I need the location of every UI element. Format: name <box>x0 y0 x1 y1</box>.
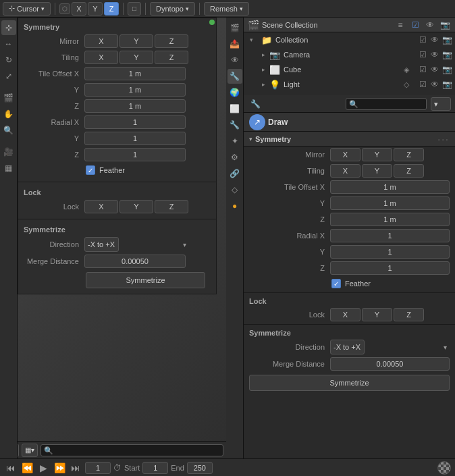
light-cam-btn[interactable]: 📷 <box>441 80 452 89</box>
radial-z-input[interactable] <box>84 148 186 161</box>
lock-x-button[interactable]: X <box>84 200 118 213</box>
props-lock-z-btn[interactable]: Z <box>394 308 424 321</box>
radial-y-input[interactable] <box>84 132 186 145</box>
props-radial-x-input[interactable] <box>330 229 450 242</box>
props-icon-1[interactable]: 🔧 <box>248 97 263 111</box>
props-output-icon[interactable]: 📤 <box>228 36 242 51</box>
props-modifier-icon[interactable]: 🔧 <box>228 117 242 132</box>
collection-eye-btn[interactable]: 👁 <box>429 35 440 45</box>
section-options-icon[interactable]: ··· <box>437 134 450 144</box>
timeline-start-frame[interactable] <box>142 462 168 474</box>
z-axis-button[interactable]: Z <box>104 2 119 16</box>
props-scene-icon[interactable]: 🔧 <box>228 69 242 84</box>
props-object-icon[interactable]: ⬜ <box>228 101 242 116</box>
camera-vis-btn[interactable]: ☑ <box>417 50 428 59</box>
props-mirror-y-btn[interactable]: Y <box>362 148 392 161</box>
sc-eye-icon[interactable]: 👁 <box>424 19 436 31</box>
cursor-button[interactable]: ⊹ Cursor ▾ <box>3 2 51 16</box>
sidebar-rotate-icon[interactable]: ↻ <box>1 53 16 68</box>
radial-x-input[interactable] <box>84 115 186 129</box>
props-lock-y-btn[interactable]: Y <box>362 308 392 321</box>
lock-y-button[interactable]: Y <box>119 200 153 213</box>
tile-offset-x-input[interactable] <box>84 67 186 80</box>
camera-name[interactable]: Camera <box>284 51 416 59</box>
cube-name[interactable]: Cube <box>284 65 402 74</box>
timeline-jump-start[interactable]: ⏮ <box>4 462 18 473</box>
tiling-z-button[interactable]: Z <box>155 51 188 64</box>
lock-z-button[interactable]: Z <box>155 200 188 213</box>
props-world-icon[interactable]: 🌍 <box>228 85 242 100</box>
cube-expand-arrow[interactable]: ▸ <box>259 65 268 74</box>
props-merge-input[interactable] <box>330 357 450 371</box>
collection-cam-btn[interactable]: 📷 <box>441 35 452 45</box>
props-mirror-x-btn[interactable]: X <box>330 148 360 161</box>
sidebar-grid-icon[interactable]: ▦ <box>1 161 16 176</box>
timeline-prev-frame[interactable]: ⏪ <box>20 462 34 473</box>
sidebar-hand-icon[interactable]: ✋ <box>1 107 16 122</box>
symmetrize-button[interactable]: Symmetrize <box>86 272 205 288</box>
timeline-play[interactable]: ▶ <box>36 462 50 473</box>
props-tiling-x-btn[interactable]: X <box>330 164 360 178</box>
dyntopo-button[interactable]: Dyntopo ▾ <box>150 2 195 16</box>
light-name[interactable]: Light <box>284 80 402 88</box>
sidebar-camera-icon[interactable]: 🎬 <box>1 90 16 105</box>
mirror-z-button[interactable]: Z <box>155 34 188 48</box>
mirror-x-button[interactable]: X <box>84 34 118 48</box>
sc-checkbox-icon[interactable]: ☑ <box>409 19 421 31</box>
props-tile-z-input[interactable] <box>330 213 450 226</box>
cube-vis-btn[interactable]: ☑ <box>417 65 428 74</box>
light-expand-arrow[interactable]: ▸ <box>259 80 268 89</box>
viewport-search-input[interactable] <box>41 444 223 456</box>
light-eye-btn[interactable]: 👁 <box>429 80 440 89</box>
y-axis-button[interactable]: Y <box>88 2 103 16</box>
cube-eye-btn[interactable]: 👁 <box>429 65 440 74</box>
sidebar-zoom-icon[interactable]: 🔍 <box>1 123 16 138</box>
props-direction-select[interactable]: -X to +X +X to -X -Y to +Y +Y to -Y -Z t… <box>330 340 365 354</box>
props-physics-icon[interactable]: ⚙ <box>228 150 242 165</box>
props-radial-y-input[interactable] <box>330 245 450 259</box>
props-render-icon[interactable]: 🎬 <box>228 20 242 35</box>
feather-checkbox[interactable] <box>86 165 95 175</box>
tile-offset-z-input[interactable] <box>84 99 186 113</box>
merge-distance-input[interactable] <box>84 255 186 268</box>
props-feather-checkbox[interactable] <box>331 279 341 288</box>
sidebar-cursor-icon[interactable]: ⊹ <box>1 20 16 35</box>
sc-camera-icon[interactable]: 📷 <box>439 19 451 31</box>
timeline-current-frame[interactable] <box>85 462 111 474</box>
props-search-input[interactable] <box>346 98 427 110</box>
props-lock-x-btn[interactable]: X <box>330 308 360 321</box>
mirror-y-button[interactable]: Y <box>119 34 153 48</box>
camera-eye-btn[interactable]: 👁 <box>429 50 440 59</box>
timeline-end-frame[interactable] <box>187 462 213 474</box>
x-axis-button[interactable]: X <box>72 2 86 16</box>
tiling-y-button[interactable]: Y <box>119 51 153 64</box>
cube-cam-btn[interactable]: 📷 <box>441 65 452 74</box>
timeline-next-frame[interactable]: ⏩ <box>53 462 66 473</box>
props-constraints-icon[interactable]: 🔗 <box>228 166 242 181</box>
props-mirror-z-btn[interactable]: Z <box>394 148 424 161</box>
props-data-icon[interactable]: ◇ <box>228 182 242 197</box>
sidebar-scale-icon[interactable]: ⤢ <box>1 69 16 84</box>
props-tile-x-input[interactable] <box>330 180 450 194</box>
light-vis-btn[interactable]: ☑ <box>417 80 428 89</box>
sidebar-move-icon[interactable]: ↔ <box>1 36 16 51</box>
sidebar-film-icon[interactable]: 🎥 <box>1 144 16 159</box>
view-menu-button[interactable]: ▦▾ <box>22 444 38 457</box>
camera-cam-btn[interactable]: 📷 <box>441 50 452 59</box>
sc-filter-icon[interactable]: ≡ <box>394 19 406 31</box>
props-symmetrize-button[interactable]: Symmetrize <box>249 375 450 391</box>
props-tiling-z-btn[interactable]: Z <box>394 164 424 178</box>
props-symmetry-header[interactable]: ▾ Symmetry ··· <box>244 132 455 147</box>
props-radial-z-input[interactable] <box>330 261 450 275</box>
remesh-button[interactable]: Remesh ▾ <box>204 2 249 16</box>
direction-select[interactable]: -X to +X +X to -X -Y to +Y +Y to -Y -Z t… <box>84 237 119 252</box>
props-particles-icon[interactable]: ✦ <box>228 134 242 149</box>
collection-vis-btn[interactable]: ☑ <box>417 35 428 45</box>
props-material-icon[interactable]: ● <box>228 199 242 213</box>
props-tile-y-input[interactable] <box>330 196 450 210</box>
props-view-icon[interactable]: 👁 <box>228 53 242 68</box>
collection-expand-arrow[interactable]: ▾ <box>246 35 256 45</box>
tiling-x-button[interactable]: X <box>84 51 118 64</box>
props-view-select[interactable]: ▾ <box>431 97 451 111</box>
camera-expand-arrow[interactable]: ▸ <box>259 50 268 59</box>
